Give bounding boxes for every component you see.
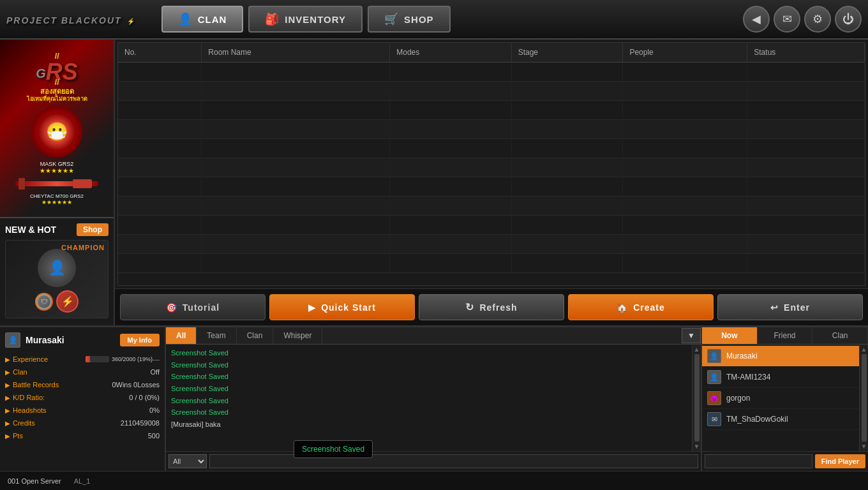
list-item[interactable]: ✉ TM_ShaDowGokil [702,409,859,430]
player-avatar: 👤 [5,332,20,348]
credits-stat-row: ▶ Credits 2110459008 [5,418,160,428]
settings-button[interactable]: ⚙ [804,6,831,33]
find-player-button[interactable]: Find Player [815,454,865,468]
table-row[interactable] [118,177,865,197]
clan-label: Clan [13,368,83,376]
online-scrollbar[interactable]: ▲ ▼ [859,345,868,451]
table-row[interactable] [118,235,865,254]
tab-shop[interactable]: 🛒 SHOP [368,6,451,33]
logo-sub: ⚡ [127,18,136,25]
list-item[interactable]: 👤 TM-AMI1234 [702,367,859,388]
quickstart-button[interactable]: ▶ Quick Start [269,294,415,320]
top-section: II GRS II สองสุดยอด ไอเทมที่คุณไม่ควรพลา… [0,40,868,327]
my-info-button[interactable]: My Info [120,334,160,346]
table-row[interactable] [118,82,865,101]
chat-message: Screenshot Saved [171,347,687,359]
chat-tab-whisper[interactable]: Whisper [273,327,322,344]
new-hot-title: NEW & HOT [5,225,56,235]
table-row[interactable] [118,216,865,235]
banner-ad[interactable]: II GRS II สองสุดยอด ไอเทมที่คุณไม่ควรพลา… [0,40,114,218]
refresh-button[interactable]: ↻ Refresh [419,294,564,320]
back-button[interactable]: ◀ [743,6,770,33]
chat-tab-all[interactable]: All [166,327,197,344]
kd-arrow: ▶ [5,394,10,401]
player-avatar-murasaki: 👤 [707,349,721,363]
online-tab-friend[interactable]: Friend [758,327,813,344]
mask-image: 😷 [31,107,82,158]
online-list: 👤 Murasaki 👤 TM-AMI1234 😈 gorgon ✉ TM_Sh… [702,345,859,451]
table-row[interactable] [118,120,865,139]
screenshot-saved-notification: Screenshot Saved [294,440,373,458]
chat-message: Screenshot Saved [171,359,687,371]
enter-label: Enter [784,302,810,313]
chat-tab-clan[interactable]: Clan [237,327,274,344]
col-no: No. [118,43,202,63]
table-row[interactable] [118,197,865,216]
kd-value: 0 / 0 (0%) [83,394,160,401]
champion-avatar: 👤 [38,249,76,287]
enter-button[interactable]: ↩ Enter [717,294,863,320]
tab-inventory[interactable]: 🎒 INVENTORY [248,6,363,33]
player-name-tmami: TM-AMI1234 [726,373,770,382]
exp-label: Experience [13,355,83,363]
channel-status: AL_1 [74,477,91,485]
scrollbar-thumb [694,354,700,442]
list-item[interactable]: 😈 gorgon [702,388,859,409]
online-tab-clan[interactable]: Clan [812,327,868,344]
exp-text: 360/2000 (19%) [112,356,153,362]
hs-value: 0% [83,406,160,414]
chat-channel-select[interactable]: All Team Clan [168,454,207,468]
player-name-gorgon: gorgon [726,394,750,403]
chat-message: [Murasaki] baka [171,419,687,431]
bottom-section: 👤 Murasaki My Info ▶ Experience 360/2000… [0,327,868,471]
online-scroll-up[interactable]: ▲ [861,346,867,353]
table-row[interactable] [118,63,865,82]
chat-scrollbar[interactable]: ▲ ▼ [692,345,701,451]
exp-arrow: ▶ [5,356,10,363]
table-row[interactable] [118,254,865,273]
list-item[interactable]: 👤 Murasaki [702,346,859,367]
create-button[interactable]: 🏠 Create [568,294,714,320]
exp-bar [86,356,90,362]
credits-label: Credits [13,419,83,427]
mail-button[interactable]: ✉ [774,6,800,33]
exp-minimize[interactable]: — [153,355,160,363]
quickstart-icon: ▶ [308,302,316,313]
table-row[interactable] [118,158,865,177]
player-search-input[interactable] [705,454,812,468]
chat-message: Screenshot Saved [171,406,687,419]
banner-subtitle-th: ไอเทมที่คุณไม่ควรพลาด [27,96,87,103]
room-table: No. Room Name Modes Stage People Status [118,43,865,273]
shop-button[interactable]: Shop [77,223,108,236]
tutorial-button[interactable]: 🎯 Tutorial [120,294,266,320]
inventory-tab-icon: 🎒 [265,12,280,26]
table-row[interactable] [118,101,865,120]
power-button[interactable]: ⏻ [835,6,862,33]
online-tab-now[interactable]: Now [702,327,758,344]
new-hot-header: NEW & HOT Shop [5,223,108,236]
scroll-down-arrow[interactable]: ▼ [694,443,700,450]
tab-clan[interactable]: 👤 CLAN [161,6,244,33]
online-search-row: Find Player [702,451,868,471]
champion-badge-icon: ⚡ [56,290,79,313]
chat-message: Screenshot Saved [171,395,687,407]
col-people: People [623,43,747,63]
scroll-up-arrow[interactable]: ▲ [694,346,700,353]
new-hot-section: NEW & HOT Shop CHAMPION 👤 🛡 ⚡ [0,218,114,325]
chat-input[interactable] [209,454,698,468]
table-row[interactable] [118,139,865,158]
col-status: Status [747,43,865,63]
credits-value: 2110459008 [83,419,160,427]
online-list-wrapper: 👤 Murasaki 👤 TM-AMI1234 😈 gorgon ✉ TM_Sh… [702,345,868,451]
online-scroll-down[interactable]: ▼ [861,443,867,450]
clan-arrow: ▶ [5,369,10,376]
pts-arrow: ▶ [5,433,10,440]
chat-messages: Screenshot Saved Screenshot Saved Screen… [166,345,692,451]
col-modes: Modes [390,43,511,63]
battle-arrow: ▶ [5,382,10,389]
chat-tab-team[interactable]: Team [197,327,236,344]
battle-label: Battle Records [13,381,83,389]
chat-dropdown[interactable]: ▼ [682,328,701,343]
hs-arrow: ▶ [5,407,10,414]
banner-roman2: II [54,77,59,87]
